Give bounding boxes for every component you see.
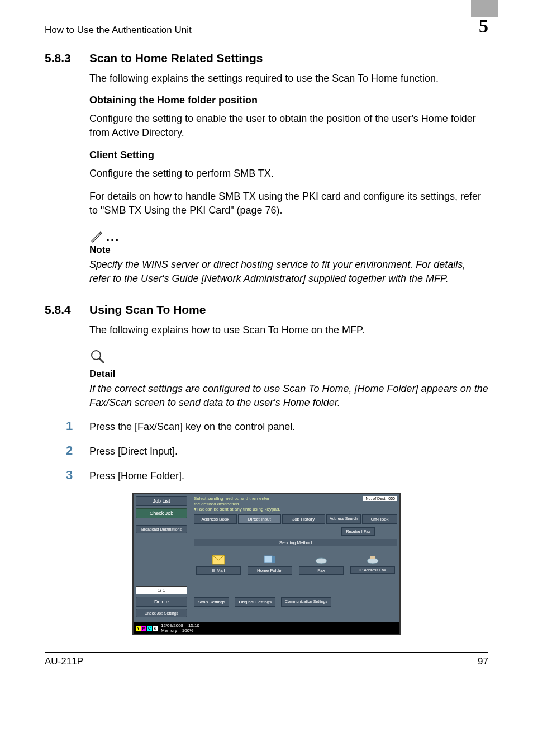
subheading-home-folder: Obtaining the Home folder position [89, 94, 488, 106]
home-folder-button[interactable]: Home Folder [248, 566, 292, 575]
job-list-button[interactable]: Job List [136, 496, 187, 506]
tab-address-book[interactable]: Address Book [194, 514, 237, 524]
home-folder-icon [263, 554, 277, 565]
svg-point-5 [316, 558, 327, 564]
footer-page-number: 97 [478, 656, 488, 667]
footer-memory-value: 100% [182, 628, 193, 633]
section-584: 5.8.4 Using Scan To Home The following e… [45, 303, 488, 636]
body-client-2: For details on how to handle SMB TX usin… [89, 190, 488, 218]
tab-job-history[interactable]: Job History [282, 514, 325, 524]
receive-ifax-button[interactable]: Receive I-Fax [341, 527, 375, 536]
detail-label: Detail [89, 368, 488, 380]
email-button[interactable]: E-Mail [196, 566, 241, 575]
footer-time: 15:10 [188, 623, 199, 628]
mfp-screenshot: Job List Check Job Broadcast Destination… [132, 493, 401, 635]
step-1-number: 1 [66, 419, 89, 433]
svg-rect-3 [264, 556, 272, 563]
body-client-1: Configure the setting to perform SMB TX. [89, 167, 488, 181]
header-title: How to Use the Authentication Unit [45, 25, 192, 36]
fax-button[interactable]: Fax [299, 566, 344, 575]
tab-direct-input[interactable]: Direct Input [238, 514, 281, 524]
svg-point-0 [92, 351, 101, 360]
section-583: 5.8.3 Scan to Home Related Settings The … [45, 51, 488, 286]
step-3-text: Press [Home Folder]. [89, 470, 184, 482]
magnifier-icon [89, 348, 488, 365]
sending-method-label: Sending Method [194, 539, 397, 546]
broadcast-button[interactable]: Broadcast Destinations [136, 525, 187, 533]
k-square: K [153, 626, 158, 631]
c-square: C [147, 626, 152, 631]
step-3-number: 3 [66, 468, 89, 483]
email-icon [211, 554, 226, 565]
m-square: M [141, 626, 146, 631]
note-dots: ... [106, 231, 120, 243]
dest-count: No. of Dest. 000 [363, 496, 397, 501]
detail-block: Detail If the correct settings are confi… [89, 348, 488, 410]
note-label: Note [89, 244, 488, 256]
tab-address-search[interactable]: Address Search [326, 514, 361, 524]
chapter-number: 5 [479, 17, 488, 36]
tab-off-hook[interactable]: Off-Hook [362, 514, 397, 524]
y-square: Y [136, 626, 141, 631]
scan-settings-button[interactable]: Scan Settings [194, 597, 229, 607]
screenshot-footer: Y M C K 12/09/2008 15:10 Memory 100% [134, 622, 399, 634]
check-job-settings-button[interactable]: Check Job Settings [136, 609, 187, 617]
step-2-number: 2 [66, 443, 89, 458]
subheading-client-setting: Client Setting [89, 149, 488, 161]
footer-left: AU-211P [45, 656, 83, 667]
section-title: Scan to Home Related Settings [89, 51, 263, 65]
section-intro: The following explains the settings requ… [89, 72, 488, 86]
body-home-folder: Configure the setting to enable the user… [89, 112, 488, 140]
step-2-text: Press [Direct Input]. [89, 446, 178, 457]
ip-fax-button[interactable]: IP Address Fax [350, 566, 395, 574]
pager-indicator: 1/ 1 [136, 586, 187, 594]
section-number: 5.8.3 [45, 51, 89, 65]
check-job-button[interactable]: Check Job [136, 508, 187, 518]
fax-icon [314, 554, 329, 565]
section2-intro: The following explains how to use Scan T… [89, 323, 488, 337]
section-number-2: 5.8.4 [45, 303, 89, 316]
note-text: Specify the WINS server or direct hostin… [89, 258, 488, 286]
footer-memory-label: Memory [161, 628, 177, 633]
page-footer: AU-211P 97 [45, 652, 488, 667]
svg-rect-4 [272, 556, 275, 563]
svg-line-1 [99, 358, 104, 363]
detail-text: If the correct settings are configured t… [89, 382, 488, 410]
pencil-icon [89, 229, 104, 243]
ip-fax-icon [365, 554, 380, 565]
svg-rect-7 [370, 556, 375, 559]
page-header: How to Use the Authentication Unit 5 [45, 17, 488, 37]
section-title-2: Using Scan To Home [89, 303, 206, 316]
svg-point-6 [367, 558, 378, 564]
step-2: 2 Press [Direct Input]. [66, 443, 488, 458]
step-1: 1 Press the [Fax/Scan] key on the contro… [66, 419, 488, 433]
original-settings-button[interactable]: Original Settings [235, 597, 275, 607]
delete-button[interactable]: Delete [136, 597, 187, 607]
note-block: ... Note Specify the WINS server or dire… [89, 229, 488, 286]
comm-settings-button[interactable]: Communication Settings [281, 597, 331, 607]
footer-date: 12/09/2008 [161, 623, 183, 628]
step-1-text: Press the [Fax/Scan] key on the control … [89, 421, 295, 433]
step-3: 3 Press [Home Folder]. [66, 468, 488, 483]
